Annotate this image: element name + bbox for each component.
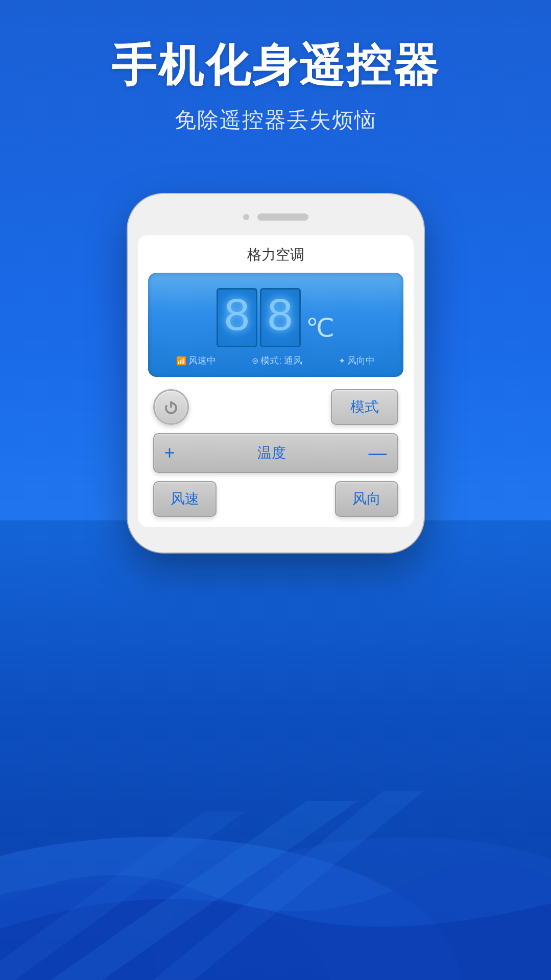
phone-top-bar	[138, 209, 414, 225]
phone-mockup: 格力空调 8 8 ℃ 📶 风速中 ⊛	[128, 194, 424, 553]
temperature-area: 8 8 ℃	[158, 288, 393, 347]
mode-button[interactable]: 模式	[331, 389, 398, 425]
temp-increase-button[interactable]: —	[369, 442, 387, 464]
wind-dir-info: ✦ 风向中	[339, 354, 375, 367]
display-info-bar: 📶 风速中 ⊛ 模式: 通风 ✦ 风向中	[158, 354, 393, 367]
decorative-shapes	[0, 699, 551, 980]
phone-screen: 格力空调 8 8 ℃ 📶 风速中 ⊛	[138, 235, 414, 527]
fan-speed-button[interactable]: 风速	[153, 481, 217, 517]
wind-speed-text: 风速中	[188, 354, 216, 367]
control-row-1: 模式	[148, 389, 403, 425]
sub-title: 免除遥控器丢失烦恼	[0, 106, 551, 134]
ac-title: 格力空调	[148, 245, 403, 265]
mode-text: 模式: 通风	[260, 354, 302, 367]
header-section: 手机化身遥控器 免除遥控器丢失烦恼	[0, 41, 551, 134]
wind-dir-icon: ✦	[339, 356, 345, 366]
power-icon	[162, 398, 180, 416]
temperature-control: + 温度 —	[153, 433, 398, 473]
temp-digit-2: 8	[260, 288, 301, 347]
wind-speed-icon: 📶	[176, 356, 186, 366]
wind-speed-info: 📶 风速中	[176, 354, 216, 367]
main-title: 手机化身遥控器	[0, 41, 551, 90]
display-panel: 8 8 ℃ 📶 风速中 ⊛ 模式: 通风 ✦ 风	[148, 273, 403, 377]
power-button[interactable]	[153, 389, 189, 425]
temp-decrease-button[interactable]: +	[164, 442, 175, 464]
fan-direction-button[interactable]: 风向	[335, 481, 398, 517]
phone-dot	[243, 214, 249, 220]
temp-label: 温度	[257, 443, 286, 463]
mode-icon: ⊛	[252, 356, 258, 366]
phone-speaker	[257, 213, 308, 221]
wind-dir-text: 风向中	[347, 354, 375, 367]
control-row-2: 风速 风向	[148, 481, 403, 517]
mode-info: ⊛ 模式: 通风	[252, 354, 302, 367]
temp-digit-1: 8	[217, 288, 257, 347]
phone-container: 格力空调 8 8 ℃ 📶 风速中 ⊛	[128, 194, 424, 553]
temp-unit: ℃	[306, 314, 334, 342]
